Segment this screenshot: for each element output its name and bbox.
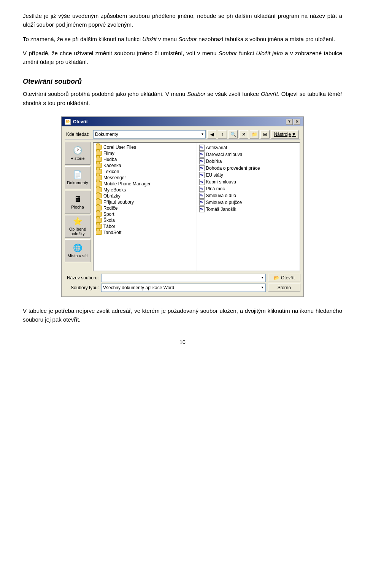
sidebar-item-label: Dokumenty: [67, 180, 88, 185]
view-icon: ⊞: [263, 132, 267, 137]
section-heading: Otevírání souborů: [23, 78, 342, 86]
folder-name: My eBooks: [103, 187, 126, 193]
list-item[interactable]: Mobile Phone Manager: [94, 181, 196, 187]
p3-pre: V případě, že chce uživatel změnit soubo…: [23, 50, 219, 56]
filename-row: Název souboru: ▼ 📂 Otevřít: [65, 274, 300, 282]
list-item[interactable]: Filmy: [94, 150, 196, 156]
sidebar-item-historie[interactable]: 🕐Historie: [65, 142, 90, 165]
list-item[interactable]: Kačenka: [94, 163, 196, 169]
doc-name: Smlouva o dílo: [206, 193, 236, 198]
cancel-button[interactable]: Storno: [268, 284, 300, 292]
up-button[interactable]: ↑: [218, 130, 227, 139]
folder-name: Kačenka: [103, 163, 121, 168]
p2-ulozit: Uložit: [142, 36, 157, 42]
location-value: Dokumenty: [95, 132, 118, 137]
list-item[interactable]: My eBooks: [94, 187, 196, 193]
list-item[interactable]: Sport: [94, 211, 196, 217]
folder-icon: [96, 212, 102, 217]
p2-mid: v menu: [157, 36, 179, 42]
list-item[interactable]: WSmlouva o dílo: [198, 192, 299, 199]
filename-input[interactable]: ▼: [101, 274, 266, 282]
sidebar-item-label: Historie: [70, 156, 84, 161]
newfolder-button[interactable]: 📁: [250, 130, 259, 139]
list-item[interactable]: WDohoda o provedení práce: [198, 165, 299, 172]
folder-icon: [96, 224, 102, 229]
dialog-body: Kde hledat: Dokumenty ▼ ◀ ↑ 🔍: [62, 126, 303, 296]
location-dropdown[interactable]: Dokumenty ▼: [93, 130, 206, 139]
folder-name: Rodiče: [103, 206, 117, 211]
search-icon: 🔍: [230, 132, 236, 137]
doc-icon: W: [199, 199, 205, 206]
folder-icon: [96, 151, 102, 156]
list-item[interactable]: TandSoft: [94, 229, 196, 236]
main-area: 🕐Historie📄Dokumenty🖥Plocha⭐Oblíbené polo…: [65, 142, 300, 271]
help-button[interactable]: ?: [286, 119, 293, 125]
list-item[interactable]: WDarovací smlouva: [198, 151, 299, 158]
back-button[interactable]: ◀: [207, 130, 216, 139]
list-item[interactable]: WAntikvariát: [198, 144, 299, 151]
folder-name: Hudba: [103, 157, 117, 162]
doc-name: EU státy: [206, 172, 223, 178]
sidebar-item-dokumenty[interactable]: 📄Dokumenty: [65, 166, 90, 189]
folder-name: Obrázky: [103, 193, 121, 199]
sidebar-item-plocha[interactable]: 🖥Plocha: [65, 191, 90, 214]
doc-name: Dohoda o provedení práce: [206, 166, 260, 171]
filetype-label: Soubory typu:: [65, 285, 99, 290]
sidebar-item-label: Oblíbené položky: [65, 227, 90, 236]
p4-otevrit: Otevřít: [261, 91, 278, 97]
list-item[interactable]: Tábor: [94, 223, 196, 229]
doc-name: Darovací smlouva: [206, 152, 243, 157]
folder-icon: [96, 157, 102, 162]
list-item[interactable]: WDobírka: [198, 158, 299, 165]
doc-icon: W: [199, 186, 205, 192]
folder-name: Messenger: [103, 175, 126, 180]
folder-icon: [96, 145, 102, 150]
sidebar-item-icon: 🌐: [73, 243, 83, 252]
paragraph-5: V tabulce je potřeba nejprve zvolit adre…: [23, 306, 342, 324]
folder-icon: [96, 169, 102, 174]
list-item[interactable]: Přijaté soubory: [94, 199, 196, 205]
doc-name: Smlouva o půjčce: [206, 200, 242, 205]
paragraph-1: Jestliže je již výše uvedeným způsobem s…: [23, 11, 342, 29]
doc-icon: W: [199, 206, 205, 212]
doc-icon: W: [199, 179, 205, 185]
paragraph-3: V případě, že chce uživatel změnit soubo…: [23, 49, 342, 67]
sidebar-item-místa-v-síti[interactable]: 🌐Místa v síti: [65, 239, 90, 262]
list-item[interactable]: Hudba: [94, 156, 196, 163]
close-button[interactable]: ✕: [294, 119, 300, 125]
open-button-icon: 📂: [274, 275, 279, 280]
list-item[interactable]: Lexicon: [94, 169, 196, 175]
list-item[interactable]: WTomáš Janošík: [198, 206, 299, 213]
nastroje-button[interactable]: Nástroje ▼: [271, 130, 299, 139]
p2-pre: To znamená, že se při dalším kliknutí na…: [23, 36, 142, 42]
list-item[interactable]: Škola: [94, 217, 196, 223]
search-button[interactable]: 🔍: [229, 130, 238, 139]
list-item[interactable]: WKupní smlouva: [198, 178, 299, 185]
delete-button[interactable]: ✕: [239, 130, 248, 139]
doc-name: Kupní smlouva: [206, 179, 236, 185]
folder-column: Corel User FilesFilmyHudbaKačenkaLexicon…: [94, 143, 197, 271]
list-item[interactable]: Obrázky: [94, 193, 196, 199]
list-item[interactable]: WEU státy: [198, 172, 299, 178]
paragraph-4: Otevírání souborů probíhá podobně jako j…: [23, 89, 342, 107]
p2-post: nezobrazí tabulka s volbou jména a místa…: [197, 36, 335, 42]
list-item[interactable]: Rodiče: [94, 205, 196, 211]
folder-name: Škola: [103, 218, 115, 223]
list-item[interactable]: WSmlouva o půjčce: [198, 199, 299, 206]
list-item[interactable]: Messenger: [94, 175, 196, 181]
doc-name: Tomáš Janošík: [206, 207, 236, 212]
list-item[interactable]: WPlná moc: [198, 185, 299, 192]
back-icon: ◀: [210, 132, 214, 137]
folder-icon: [96, 199, 102, 204]
dialog-title-icon: 📂: [65, 119, 71, 125]
open-button[interactable]: 📂 Otevřít: [268, 274, 300, 282]
sidebar-item-oblíbené-položky[interactable]: ⭐Oblíbené položky: [65, 215, 90, 238]
list-item[interactable]: Corel User Files: [94, 144, 196, 150]
folder-name: Tábor: [103, 224, 115, 229]
view-button[interactable]: ⊞: [260, 130, 270, 139]
folder-name: Lexicon: [103, 169, 119, 174]
folder-icon: [96, 175, 102, 180]
filetype-input[interactable]: Všechny dokumenty aplikace Word ▼: [101, 284, 266, 292]
folder-icon: [96, 193, 102, 198]
nastroje-arrow-icon: ▼: [292, 132, 296, 137]
